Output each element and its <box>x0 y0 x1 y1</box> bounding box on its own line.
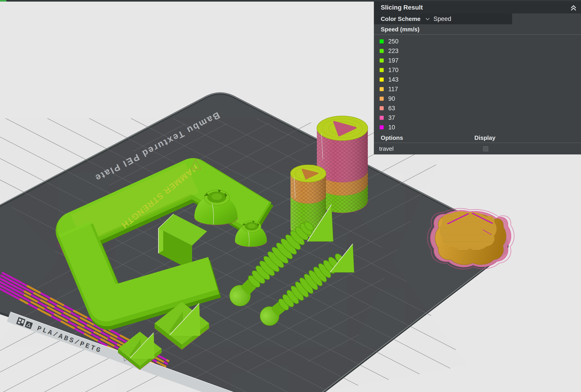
collapse-panel-button[interactable] <box>570 4 577 11</box>
color-scheme-value: Speed <box>434 16 451 22</box>
travel-option-row: travel <box>374 143 581 154</box>
options-header-row: Options Display <box>374 133 581 143</box>
legend-value: 63 <box>388 105 395 112</box>
legend-item-37: 37 <box>374 113 581 122</box>
travel-option-label: travel <box>374 145 394 152</box>
color-scheme-label: Color Scheme <box>374 14 421 24</box>
legend-value: 10 <box>388 124 395 131</box>
legend-value: 170 <box>388 66 399 74</box>
legend-swatch <box>380 39 384 44</box>
app-window: Bambu Textured PEI Plate PLA/ABS/PETG <box>0 0 581 392</box>
legend-item-90: 90 <box>374 94 581 104</box>
legend-item-63: 63 <box>374 104 581 113</box>
box-top-texture <box>440 212 497 250</box>
travel-display-checkbox[interactable] <box>483 146 488 152</box>
speed-section-header: Speed (mm/s) <box>374 24 581 35</box>
legend-item-170: 170 <box>374 65 581 75</box>
progress-indicator <box>0 0 6 2</box>
legend-item-250: 250 <box>374 36 581 46</box>
legend-swatch <box>380 87 384 91</box>
legend-swatch <box>380 125 384 130</box>
display-header: Display <box>474 134 496 142</box>
legend-value: 197 <box>388 57 399 64</box>
legend-value: 90 <box>388 95 395 102</box>
legend-value: 37 <box>388 114 395 122</box>
speed-legend: 25022319717014311790633710 <box>374 35 581 133</box>
legend-swatch <box>380 68 384 72</box>
block-left-face <box>158 228 163 253</box>
panel-titlebar: Slicing Result <box>374 2 581 14</box>
model-wavy-box[interactable] <box>428 208 514 269</box>
color-scheme-row: Color Scheme Speed <box>374 14 581 24</box>
legend-item-117: 117 <box>374 84 581 94</box>
legend-swatch <box>380 49 384 53</box>
legend-item-143: 143 <box>374 75 581 84</box>
legend-swatch <box>380 58 384 62</box>
legend-swatch <box>380 78 384 82</box>
chevron-down-icon <box>425 17 430 20</box>
chevrons-up-icon <box>570 4 577 11</box>
legend-item-10: 10 <box>374 122 581 132</box>
color-scheme-dropdown[interactable]: Speed <box>421 14 512 24</box>
legend-swatch <box>380 116 384 120</box>
legend-value: 250 <box>388 38 399 45</box>
legend-swatch <box>380 97 384 101</box>
legend-value: 223 <box>388 48 399 54</box>
color-scheme-row-filler <box>512 14 581 24</box>
legend-item-223: 223 <box>374 46 581 56</box>
slicing-result-panel: Slicing Result Color Scheme Speed Speed … <box>374 2 581 154</box>
options-header: Options <box>374 134 403 142</box>
legend-value: 117 <box>388 86 398 93</box>
legend-value: 143 <box>388 76 399 83</box>
legend-swatch <box>380 106 384 110</box>
panel-title: Slicing Result <box>381 4 423 11</box>
legend-item-197: 197 <box>374 56 581 65</box>
top-progress-bar <box>0 0 581 2</box>
